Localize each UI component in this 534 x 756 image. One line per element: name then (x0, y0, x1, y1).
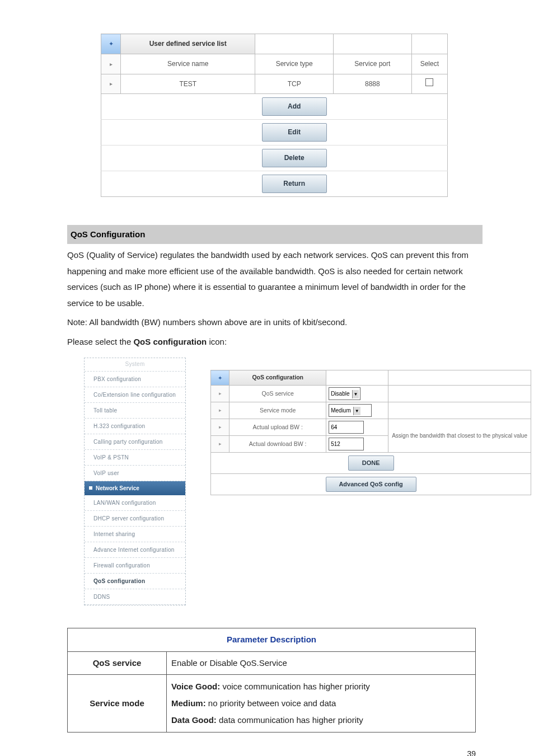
service-mode-label: Service mode (229, 402, 326, 419)
param-service-mode-desc: Voice Good: voice communication has high… (167, 675, 476, 732)
panel-icon: ✦ (211, 370, 229, 386)
edit-button[interactable]: Edit (262, 123, 327, 142)
qos-panel-title: QoS configuration (229, 370, 326, 386)
sidebar-item[interactable]: Firewall configuration (85, 558, 185, 574)
delete-button[interactable]: Delete (262, 149, 327, 167)
param-qos-service-key: QoS service (68, 651, 167, 675)
download-bw-label: Actual download BW : (229, 436, 326, 453)
sidebar-item[interactable]: PBX configuration (85, 372, 185, 387)
panel-title: User defined service list (121, 34, 255, 54)
sidebar-item[interactable]: Advance Internet configuration (85, 542, 185, 558)
sidebar-item[interactable]: LAN/WAN configuration (85, 495, 185, 511)
row-marker-icon: ▸ (101, 54, 121, 74)
select-checkbox[interactable] (425, 78, 433, 86)
sidebar-item[interactable]: H.323 configuration (85, 419, 185, 434)
sidebar-category-network-service[interactable]: Network Service (85, 481, 185, 495)
qos-service-select[interactable]: Disable▼ (329, 387, 360, 400)
row-marker-icon: ▸ (211, 436, 229, 453)
sidebar-item[interactable]: VoIP & PSTN (85, 450, 185, 466)
bandwidth-hint: Assign the bandwidth that closest to the… (388, 419, 531, 453)
row-marker-icon: ▸ (211, 386, 229, 402)
service-mode-select[interactable]: Medium▼ (329, 404, 372, 417)
sidebar-item[interactable]: Toll table (85, 403, 185, 419)
upload-bw-label: Actual upload BW : (229, 419, 326, 436)
sidebar-item[interactable]: Co/Extension line configuration (85, 387, 185, 403)
param-qos-service-desc: Enable or Disable QoS.Service (167, 651, 476, 675)
chevron-down-icon: ▼ (353, 407, 360, 415)
service-name-cell: TEST (121, 74, 255, 94)
qos-configuration-heading: QoS Configuration (67, 225, 483, 245)
qos-description: QoS (Quality of Service) regulates the b… (67, 247, 472, 311)
user-defined-service-list-table: ✦ User defined service list ▸ Service na… (101, 34, 448, 197)
service-type-cell: TCP (255, 74, 334, 94)
row-marker-icon: ▸ (211, 419, 229, 436)
page-number: 39 (67, 746, 476, 756)
sidebar-item[interactable]: Internet sharing (85, 527, 185, 542)
service-port-header: Service port (333, 54, 411, 74)
sidebar-item-qos-configuration[interactable]: QoS configuration (85, 574, 185, 589)
sidebar-item-cut: System (85, 358, 185, 372)
service-type-header: Service type (255, 54, 334, 74)
qos-service-label: QoS service (229, 386, 326, 402)
select-cell (411, 74, 447, 94)
upload-bw-input[interactable]: 64 (329, 421, 364, 434)
sidebar-item[interactable]: DDNS (85, 589, 185, 605)
add-button[interactable]: Add (262, 97, 327, 116)
param-table-title: Parameter Description (68, 628, 476, 652)
download-bw-input[interactable]: 512 (329, 438, 364, 450)
row-marker-icon: ▸ (101, 74, 121, 94)
param-service-mode-key: Service mode (68, 675, 167, 732)
sidebar-item[interactable]: VoIP user (85, 466, 185, 481)
qos-config-panel: ✦ QoS configuration ▸ QoS service Disabl… (210, 370, 531, 495)
parameter-description-table: Parameter Description QoS service Enable… (67, 628, 476, 732)
select-header: Select (411, 54, 447, 74)
sidebar-menu: System PBX configurationCo/Extension lin… (84, 358, 186, 605)
service-name-header: Service name (121, 54, 255, 74)
row-marker-icon: ▸ (211, 402, 229, 419)
sidebar-item[interactable]: Calling party configuration (85, 434, 185, 450)
service-port-cell: 8888 (333, 74, 411, 94)
done-button[interactable]: DONE (348, 456, 394, 471)
qos-instruction: Please select the QoS configuration icon… (67, 334, 472, 350)
qos-note: Note: All bandwidth (BW) numbers shown a… (67, 314, 472, 331)
advanced-qos-config-button[interactable]: Advanced QoS config (326, 477, 416, 492)
sidebar-item[interactable]: DHCP server configuration (85, 511, 185, 527)
chevron-down-icon: ▼ (352, 390, 359, 398)
return-button[interactable]: Return (262, 175, 327, 193)
panel-icon: ✦ (101, 34, 121, 54)
